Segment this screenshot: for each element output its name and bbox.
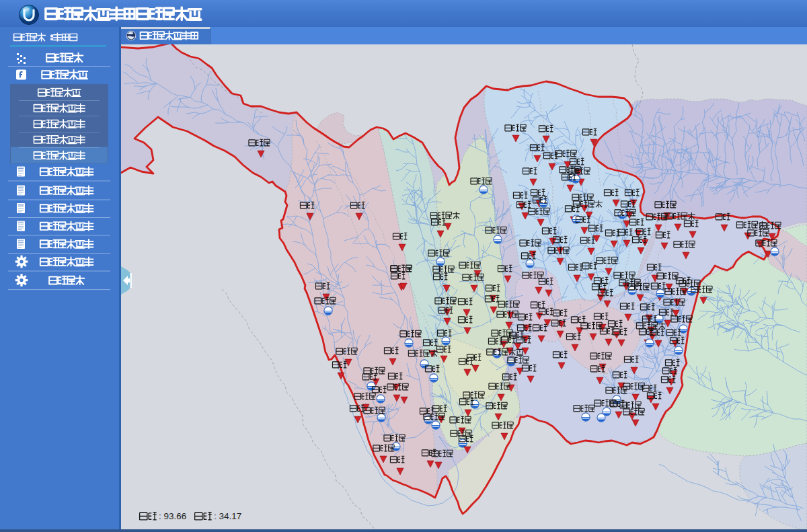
svg-text:: 93.66: : 93.66 (159, 511, 186, 521)
svg-text:: 34.17: : 34.17 (214, 511, 241, 521)
